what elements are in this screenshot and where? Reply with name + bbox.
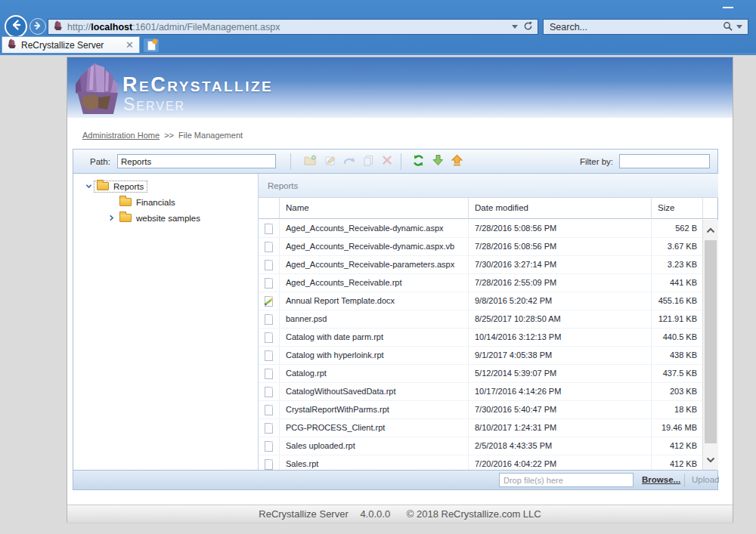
tab-favicon-crystal-icon: [8, 38, 17, 52]
file-name-cell: CrystalReportWithParms.rpt: [280, 401, 469, 418]
upload-icon: [451, 154, 463, 169]
file-row[interactable]: Sales uploaded.rpt 2/5/2018 4:43:35 PM 4…: [259, 437, 702, 455]
tree-chevron-icon[interactable]: [107, 215, 116, 221]
grid-scrollbar[interactable]: [702, 220, 718, 471]
breadcrumb-separator: >>: [164, 131, 174, 140]
file-row[interactable]: Catalog with date parm.rpt 10/14/2016 3:…: [259, 329, 702, 347]
file-type-cell: [259, 365, 280, 382]
copy-button[interactable]: [361, 154, 376, 169]
file-name-cell: Aged_Accounts_Receivable-parameters.aspx: [280, 256, 469, 273]
file-size-cell: 440.5 KB: [652, 329, 702, 346]
file-icon: [265, 296, 273, 307]
column-header-size[interactable]: Size: [652, 198, 702, 218]
tree-item-label: Reports: [113, 182, 144, 191]
file-size-cell: 121.91 KB: [652, 310, 702, 328]
drop-files-input[interactable]: [499, 473, 634, 487]
file-row[interactable]: Aged_Accounts_Receivable-parameters.aspx…: [259, 256, 702, 274]
forward-button[interactable]: [29, 18, 46, 35]
refresh-icon: [412, 154, 425, 170]
undo-button[interactable]: [342, 154, 357, 169]
path-input[interactable]: [117, 154, 276, 168]
file-icon: [265, 441, 273, 452]
download-button[interactable]: [430, 154, 445, 169]
column-header-date-modified[interactable]: Date modified: [469, 198, 652, 218]
delete-icon: [382, 155, 392, 168]
scroll-down-icon[interactable]: [703, 457, 718, 463]
file-grid: Reports Name Date modified Size Aged_Acc…: [259, 174, 718, 471]
file-name-cell: Aged_Accounts_Receivable-dynamic.aspx.vb: [280, 238, 469, 255]
upload-button[interactable]: [449, 154, 464, 169]
search-magnifier-icon[interactable]: [723, 20, 733, 34]
tree-item[interactable]: website samples: [73, 210, 258, 226]
new-tab-button[interactable]: [144, 39, 159, 52]
scrollbar-thumb[interactable]: [705, 240, 717, 443]
tree-item[interactable]: Reports: [73, 178, 258, 194]
file-row[interactable]: Catalog with hyperloink.rpt 9/1/2017 4:0…: [259, 347, 702, 365]
tree-node[interactable]: website samples: [116, 212, 204, 224]
minimize-button[interactable]: [715, 0, 741, 14]
upload-submit-button[interactable]: Upload: [692, 475, 719, 484]
tab-title: ReCrystallize Server: [21, 40, 122, 51]
browse-button[interactable]: Browse...: [642, 475, 680, 484]
tree-node[interactable]: Financials: [116, 196, 179, 208]
file-manager-toolbar: Path:: [73, 150, 717, 174]
address-bar[interactable]: http://localhost:1601/admin/FileManageme…: [48, 19, 538, 35]
file-date-cell: 2/5/2018 4:43:35 PM: [469, 437, 652, 455]
folder-icon: [119, 214, 132, 222]
file-row[interactable]: PCG-PROCESS_Client.rpt 8/10/2017 1:24:31…: [259, 419, 702, 437]
rename-button[interactable]: [323, 154, 338, 169]
refresh-button[interactable]: [411, 154, 426, 169]
forward-icon: [33, 20, 42, 33]
tree-item[interactable]: Financials: [73, 194, 258, 210]
site-footer: ReCrystallize Server 4.0.0.0 © 2018 ReCr…: [67, 505, 733, 523]
column-header-name[interactable]: Name: [280, 198, 469, 218]
file-type-cell: [259, 401, 280, 418]
footer-version: 4.0.0.0: [360, 508, 390, 520]
file-row[interactable]: CatalogWithoutSavedData.rpt 10/17/2016 4…: [259, 383, 702, 401]
file-row[interactable]: Aged_Accounts_Receivable.rpt 7/28/2016 2…: [259, 274, 702, 292]
address-dropdown-caret-icon[interactable]: [512, 25, 518, 29]
file-row[interactable]: Aged_Accounts_Receivable-dynamic.aspx 7/…: [259, 220, 702, 238]
file-date-cell: 8/10/2017 1:24:31 PM: [469, 419, 652, 437]
toolbar-separator: [290, 153, 291, 170]
column-header-scroll-gutter: [702, 198, 718, 218]
search-dropdown-caret-icon[interactable]: [736, 25, 742, 29]
file-date-cell: 9/1/2017 4:05:38 PM: [469, 347, 652, 364]
file-row[interactable]: Sales.rpt 7/20/2016 4:04:22 PM 412 KB: [259, 455, 702, 471]
file-name-cell: Catalog.rpt: [280, 365, 469, 382]
browser-tab[interactable]: ReCrystallize Server ✕: [2, 36, 140, 53]
scroll-up-icon[interactable]: [703, 227, 718, 233]
page-container: ReCrystallize Server Administration Home…: [67, 57, 733, 523]
tree-node[interactable]: Reports: [94, 181, 147, 193]
tree-chevron-icon[interactable]: [84, 183, 94, 190]
download-icon: [432, 154, 444, 169]
file-size-cell: 19.46 MB: [652, 419, 702, 437]
file-icon: [265, 369, 273, 379]
file-name-cell: Sales.rpt: [280, 455, 469, 471]
new-folder-button[interactable]: [302, 154, 318, 169]
file-date-cell: 7/28/2016 5:08:56 PM: [469, 238, 652, 255]
file-row[interactable]: Annual Report Template.docx 9/8/2016 5:2…: [259, 292, 702, 310]
page-refresh-icon[interactable]: [523, 20, 533, 34]
file-row[interactable]: Catalog.rpt 5/12/2014 5:39:07 PM 437.5 K…: [259, 365, 702, 383]
search-box[interactable]: Search...: [543, 19, 748, 35]
filter-input[interactable]: [619, 154, 710, 168]
breadcrumb-home-link[interactable]: Administration Home: [82, 131, 160, 140]
file-date-cell: 10/14/2016 3:12:13 PM: [469, 329, 652, 346]
toolbar-separator: [401, 153, 401, 170]
tab-close-icon[interactable]: ✕: [125, 40, 134, 50]
file-size-cell: 441 KB: [652, 274, 702, 292]
file-name-cell: Sales uploaded.rpt: [280, 437, 469, 455]
back-button[interactable]: [5, 15, 27, 38]
tree-item-label: Financials: [136, 198, 175, 207]
file-row[interactable]: banner.psd 8/25/2017 10:28:50 AM 121.91 …: [259, 310, 702, 329]
file-size-cell: 438 KB: [652, 347, 702, 364]
file-date-cell: 10/17/2016 4:14:26 PM: [469, 383, 652, 400]
url-text: http://localhost:1601/admin/FileManageme…: [67, 22, 509, 32]
delete-button[interactable]: [380, 154, 395, 169]
browser-titlebar: http://localhost:1601/admin/FileManageme…: [0, 0, 756, 53]
file-row[interactable]: CrystalReportWithParms.rpt 7/30/2016 5:4…: [259, 401, 702, 419]
crystal-logo: [73, 61, 122, 120]
file-row[interactable]: Aged_Accounts_Receivable-dynamic.aspx.vb…: [259, 238, 702, 256]
file-name-cell: Aged_Accounts_Receivable.rpt: [280, 274, 469, 292]
